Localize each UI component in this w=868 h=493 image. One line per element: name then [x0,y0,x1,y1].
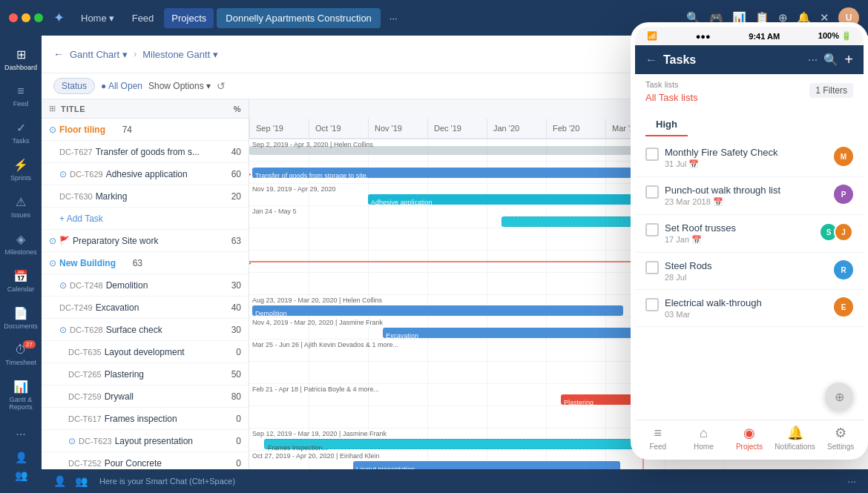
task-title: Monthly Fire Safety Check [665,147,828,158]
task-id: DC-T629 [70,170,103,179]
bar-date-label: Aug 23, 2019 - Mar 20, 2020 | Helen Coll… [252,297,382,304]
group-preparatory[interactable]: Preparatory Site work [73,236,214,246]
undo-button[interactable]: ↺ [217,80,226,92]
nav-home[interactable]: Home ▾ [73,8,122,28]
sidebar-item-calendar[interactable]: 📅 Calendar [3,263,39,299]
team-icon[interactable]: 👥 [15,469,27,481]
mobile-nav-projects[interactable]: ◉ Projects [726,425,772,451]
task-title: Punch-out walk through list [665,185,828,196]
bar-label: Demolition [252,310,290,317]
bottom-dots[interactable]: ··· [847,475,856,487]
nav-more[interactable]: ··· [384,8,404,28]
mobile-add-icon[interactable]: + [844,51,853,68]
expand-circle[interactable]: ⊙ [49,125,56,135]
group-new-building[interactable]: New Building [59,258,116,268]
nav-active-project[interactable]: Donnelly Apartments Construction [217,8,381,28]
mobile-nav-settings[interactable]: ⚙ Settings [818,425,864,451]
show-options-button[interactable]: Show Options ▾ [148,81,211,91]
table-row: DC-T252 Pour Concrete 0 [42,452,249,469]
bottom-bar: 👤 👥 Here is your Smart Chat (Ctrl+Space)… [42,469,868,493]
check-circle: ⊙ [59,280,67,291]
maximize-button[interactable] [34,13,43,22]
task-info: Monthly Fire Safety Check 31 Jul 📅 [665,147,828,169]
breadcrumb-milestone[interactable]: Milestone Gantt ▾ [142,49,218,60]
sidebar-item-timesheet[interactable]: ⏱ Timesheet 27 [3,337,39,372]
sidebar-item-dashboard[interactable]: ⊞ Dashboard [3,42,39,77]
mobile-content: Task lists All Task lists 1 Filters High… [635,74,864,406]
show-options-chevron: ▾ [206,81,211,91]
group-floor-tiling[interactable]: Floor tiling [59,125,105,135]
sidebar-item-tasks[interactable]: ✓ Tasks [3,115,39,150]
gantt-icon: 📊 [13,380,28,394]
table-row: DC-T259 Drywall 80 [42,386,249,408]
task-avatar: M [834,147,853,166]
bar-demolition: Demolition [252,305,623,316]
mobile-filters-button[interactable]: 1 Filters [809,83,853,98]
task-checkbox[interactable] [645,261,659,274]
task-date: 17 Jan 📅 [665,235,818,245]
task-title: Steel Rods [665,260,828,271]
bar-label: Transfer of goods from storage to site. [252,172,371,179]
avatar-icon[interactable]: 👤 [53,475,66,487]
mobile-nav: ← Tasks ··· 🔍 + [635,45,864,74]
breadcrumb-gantt[interactable]: Gantt Chart ▾ [70,49,128,60]
mobile-task-item: Steel Rods 28 Jul R [635,253,864,290]
mobile-nav-notifications[interactable]: 🔔 Notifications [772,425,818,451]
sidebar-item-sprints[interactable]: ⚡ Sprints [3,152,39,188]
status-filter[interactable]: Status [53,78,95,94]
add-task-row[interactable]: + Add Task [42,208,249,230]
bar-label-floor-tiling: Sep 2, 2019 - Apr 3, 2020 | Helen Collin… [252,141,373,148]
sidebar-item-issues[interactable]: ⚠ Issues [3,189,39,225]
sidebar-label-issues: Issues [11,211,30,219]
task-date: 23 Mar 2018 📅 [665,197,828,207]
task-info: Punch-out walk through list 23 Mar 2018 … [665,185,828,207]
table-row: ⊙ DC-T628 Surface check 30 [42,319,249,341]
close-button[interactable] [9,13,18,22]
task-checkbox[interactable] [645,148,659,161]
nav-feed[interactable]: Feed [125,8,162,28]
expand-new-building[interactable]: ⊙ [49,258,56,268]
milestone-arrow: ▶ [249,168,251,179]
sidebar-item-more[interactable]: ··· [3,422,39,447]
task-checkbox[interactable] [645,185,659,199]
user-profile-icon[interactable]: 👤 [15,451,27,463]
mobile-task-item: Set Roof trusses 17 Jan 📅 S J [635,215,864,253]
table-row: ⊙ DC-T629 Adhesive application 60 [42,163,249,185]
sidebar-item-gantt[interactable]: 📊 Gantt & Reports [3,374,39,417]
sidebar-label-sprints: Sprints [10,174,31,182]
sidebar-item-feed[interactable]: ≡ Feed [3,79,39,113]
task-date: 28 Jul [665,273,828,282]
minimize-button[interactable] [22,13,30,22]
back-arrow[interactable]: ← [53,48,64,60]
sidebar-label-feed: Feed [13,100,29,107]
mobile-back-icon[interactable]: ← [645,53,657,67]
mobile-nav-home[interactable]: ⌂ Home [681,426,727,451]
mobile-more-icon[interactable]: ··· [808,53,818,67]
task-checkbox[interactable] [645,298,659,311]
sidebar-item-milestones[interactable]: ◈ Milestones [3,226,39,262]
nav-projects[interactable]: Projects [164,8,214,28]
task-checkbox[interactable] [645,223,659,236]
task-name: Demolition [106,280,214,291]
task-avatar-group: S J [823,222,853,242]
task-id: DC-T623 [79,437,112,446]
task-info: Electrical walk-through 03 Mar [665,297,828,319]
task-info: Steel Rods 28 Jul [665,260,828,282]
month-cell: Oct '19 [309,119,368,138]
mobile-nav-feed[interactable]: ≡ Feed [635,426,681,451]
all-task-lists-link[interactable]: All Task lists [645,92,698,103]
milestone-chevron: ▾ [213,49,218,60]
calendar-icon: 📅 [13,269,28,283]
bar-date-label: Mar 25 - Jun 26 | Ajith Kevin Devados & … [252,341,398,348]
table-row: DC-T635 Layout development 0 [42,341,249,363]
table-row: DC-T630 Marking 20 [42,185,249,208]
list-expand-icon: ⊞ [49,104,61,113]
team-icon[interactable]: 👥 [75,475,88,487]
mobile-task-item: Electrical walk-through 03 Mar E [635,290,864,327]
projects-nav-icon: ◉ [743,425,755,441]
sidebar-item-documents[interactable]: 📄 Documents [3,300,39,336]
mobile-fab[interactable]: ⊕ [825,383,853,411]
mobile-search-icon[interactable]: 🔍 [823,53,838,67]
issues-icon: ⚠ [16,195,26,209]
mobile-bottom-nav: ≡ Feed ⌂ Home ◉ Projects 🔔 Notifications… [635,420,864,455]
